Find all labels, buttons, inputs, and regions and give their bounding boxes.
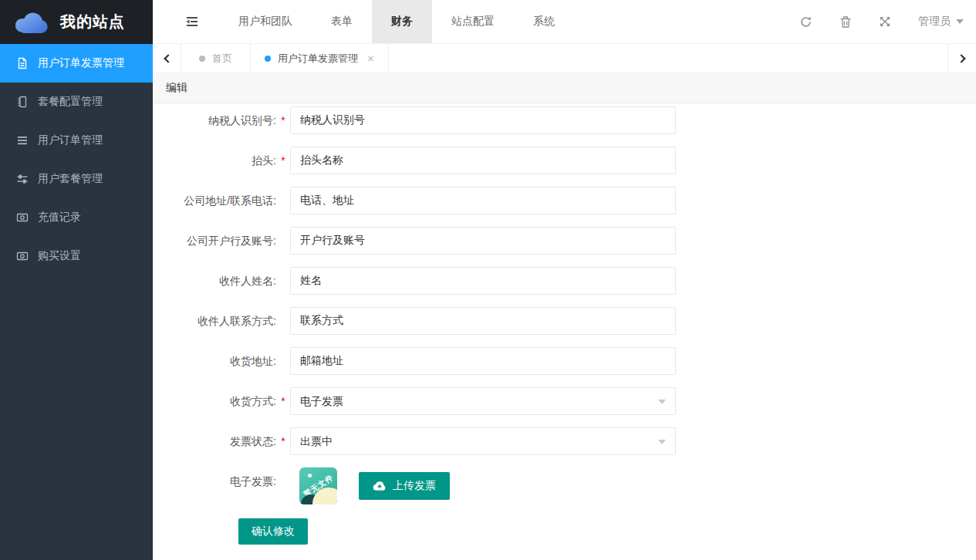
fullscreen-icon[interactable] — [879, 15, 891, 28]
selected-value: 出票中 — [300, 435, 333, 447]
invoice-file-thumbnail[interactable]: 暂无文件 — [299, 467, 337, 504]
field-label: 公司开户行及账号: — [153, 227, 276, 255]
tab-status-dot — [199, 56, 205, 62]
field-label: 公司地址/联系电话: — [153, 187, 276, 214]
required-asterisk — [276, 347, 290, 375]
sidebar-item-purchase-settings[interactable]: 购买设置 — [0, 237, 153, 275]
invoice-status-select[interactable]: 出票中 — [290, 427, 676, 455]
required-asterisk: * — [276, 147, 290, 174]
recipient-name-input[interactable] — [290, 267, 676, 295]
collapse-menu-icon[interactable] — [184, 15, 199, 28]
required-asterisk: * — [276, 387, 290, 415]
admin-dropdown[interactable]: 管理员 — [918, 15, 964, 29]
main-area: 用户和团队 表单 财务 站点配置 系统 — [153, 0, 976, 559]
field-label: 收件人联系方式: — [153, 307, 276, 335]
tab-label: 首页 — [212, 52, 232, 66]
sidebar-item-label: 用户订单管理 — [38, 133, 103, 147]
sidebar: 我的站点 用户订单发票管理 套餐配置管 — [0, 0, 153, 560]
form-row: 纳税人识别号: * — [153, 106, 976, 134]
site-title: 我的站点 — [60, 12, 125, 32]
form-row: 发票状态: * 出票中 — [153, 427, 976, 455]
field-label: 纳税人识别号: — [153, 106, 276, 134]
select-caret-icon — [658, 440, 666, 444]
field-label: 电子发票: — [153, 467, 276, 495]
sidebar-item-label: 购买设置 — [38, 249, 81, 263]
nav-label: 站点配置 — [451, 15, 495, 29]
form-row: 收货地址: — [153, 347, 976, 375]
app-root: 我的站点 用户订单发票管理 套餐配置管 — [0, 0, 976, 560]
sidebar-menu: 用户订单发票管理 套餐配置管理 用户订单管理 — [0, 44, 153, 275]
selected-value: 电子发票 — [300, 395, 343, 407]
upload-cloud-icon — [373, 481, 387, 491]
invoice-file-icon — [15, 56, 29, 70]
tab-status-dot — [265, 56, 271, 62]
required-asterisk — [276, 307, 290, 335]
upload-invoice-button[interactable]: 上传发票 — [359, 472, 450, 500]
thumbnail-dot — [308, 474, 312, 477]
field-label: 抬头: — [153, 147, 276, 174]
logo: 我的站点 — [0, 0, 153, 44]
sidebar-item-user-orders[interactable]: 用户订单管理 — [0, 121, 153, 160]
tab-user-order-invoice[interactable]: 用户订单发票管理 × — [251, 44, 389, 73]
tabs-scroll-right-icon[interactable] — [947, 44, 976, 73]
required-asterisk — [276, 227, 290, 255]
package-book-icon — [15, 95, 29, 109]
tab-label: 用户订单发票管理 — [278, 52, 358, 66]
nav-label: 财务 — [391, 15, 413, 29]
sidebar-item-label: 用户套餐管理 — [38, 172, 103, 186]
form-row-upload: 电子发票: 暂无文件 上传发票 — [153, 467, 976, 504]
sidebar-item-user-packages[interactable]: 用户套餐管理 — [0, 160, 153, 198]
confirm-modify-button[interactable]: 确认修改 — [238, 518, 308, 545]
tabs-scroll-left-icon[interactable] — [153, 44, 181, 73]
invoice-edit-form: 纳税人识别号: * 抬头: * 公司地址/联系电话: 公司开户行及账号: 收 — [153, 103, 976, 559]
cloud-logo-icon — [12, 9, 52, 35]
required-asterisk: * — [276, 427, 290, 455]
form-row: 收件人姓名: — [153, 267, 976, 295]
trash-icon[interactable] — [839, 15, 852, 29]
nav-label: 表单 — [331, 15, 353, 29]
company-address-phone-input[interactable] — [290, 187, 676, 214]
top-nav-users-teams[interactable]: 用户和团队 — [219, 0, 312, 43]
delivery-address-input[interactable] — [290, 347, 676, 375]
nav-label: 系统 — [533, 15, 555, 29]
chevron-down-icon — [956, 19, 964, 24]
recipient-contact-input[interactable] — [290, 307, 676, 335]
form-row: 收件人联系方式: — [153, 307, 976, 335]
banknote-icon — [15, 249, 29, 263]
top-nav-forms[interactable]: 表单 — [312, 0, 372, 43]
tab-close-icon[interactable]: × — [367, 52, 374, 64]
top-nav-finance[interactable]: 财务 — [372, 0, 432, 43]
sidebar-item-user-order-invoice[interactable]: 用户订单发票管理 — [0, 44, 153, 83]
invoice-title-input[interactable] — [290, 147, 676, 174]
field-label: 收货地址: — [153, 347, 276, 375]
form-row: 公司开户行及账号: — [153, 227, 976, 255]
upload-button-label: 上传发票 — [393, 479, 436, 493]
sliders-icon — [15, 172, 29, 186]
required-asterisk — [276, 187, 290, 214]
sidebar-item-label: 充值记录 — [38, 211, 81, 224]
refresh-icon[interactable] — [799, 15, 812, 29]
top-header: 用户和团队 表单 财务 站点配置 系统 — [153, 0, 976, 44]
form-row: 抬头: * — [153, 147, 976, 174]
top-nav-system[interactable]: 系统 — [514, 0, 574, 43]
banknote-icon — [15, 211, 29, 224]
select-caret-icon — [658, 400, 666, 404]
edit-title: 编辑 — [166, 81, 187, 95]
tab-home[interactable]: 首页 — [181, 44, 251, 73]
sidebar-item-label: 用户订单发票管理 — [38, 56, 124, 70]
sidebar-item-label: 套餐配置管理 — [38, 95, 103, 109]
bank-account-input[interactable] — [290, 227, 676, 255]
field-label: 收件人姓名: — [153, 267, 276, 295]
admin-label: 管理员 — [918, 15, 951, 29]
taxpayer-id-input[interactable] — [290, 106, 676, 134]
required-asterisk — [276, 267, 290, 295]
sidebar-item-package-config[interactable]: 套餐配置管理 — [0, 83, 153, 121]
field-label: 发票状态: — [153, 427, 276, 455]
form-row: 收货方式: * 电子发票 — [153, 387, 976, 415]
tab-bar: 首页 用户订单发票管理 × — [153, 44, 976, 73]
field-label: 收货方式: — [153, 387, 276, 415]
delivery-method-select[interactable]: 电子发票 — [290, 387, 676, 415]
top-nav-site-config[interactable]: 站点配置 — [432, 0, 514, 43]
sidebar-item-recharge-records[interactable]: 充值记录 — [0, 198, 153, 237]
list-icon — [15, 133, 29, 147]
